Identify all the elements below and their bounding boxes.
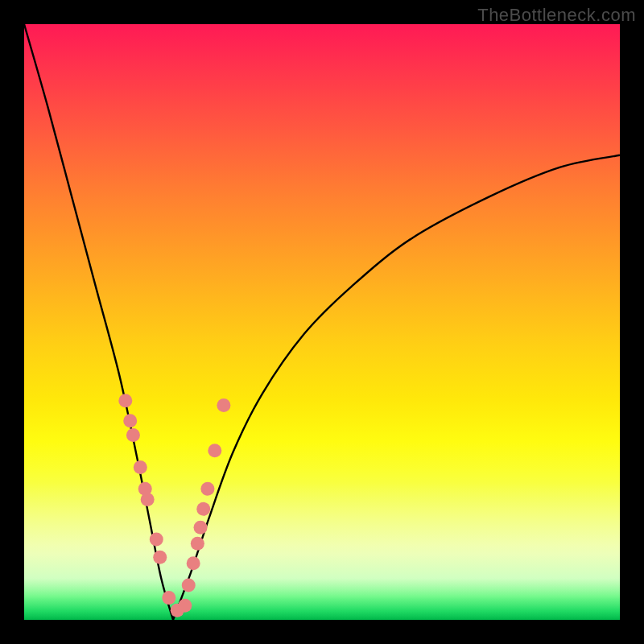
data-point xyxy=(126,428,140,442)
watermark-text: TheBottleneck.com xyxy=(477,5,636,26)
data-point xyxy=(134,460,147,474)
data-point xyxy=(150,533,163,547)
data-point xyxy=(141,493,155,506)
data-point xyxy=(153,551,167,564)
curve-left-leg xyxy=(24,24,173,620)
data-point xyxy=(208,444,221,457)
curve-svg xyxy=(24,24,620,620)
data-point xyxy=(178,599,192,613)
data-point xyxy=(191,537,204,551)
data-point xyxy=(217,398,230,412)
data-point xyxy=(118,394,132,407)
data-point xyxy=(194,521,208,535)
data-point xyxy=(182,579,196,592)
data-point xyxy=(196,502,210,516)
data-point xyxy=(162,591,175,605)
chart-container: TheBottleneck.com xyxy=(0,0,644,644)
curve-right-leg xyxy=(173,155,620,620)
data-point xyxy=(123,414,137,427)
plot-area xyxy=(24,24,620,620)
data-point xyxy=(200,482,214,496)
data-point xyxy=(187,556,200,570)
